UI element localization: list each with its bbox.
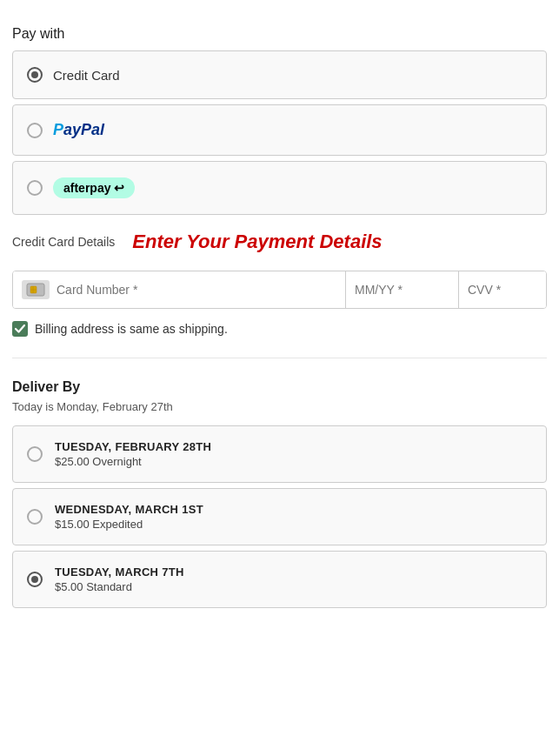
card-number-input[interactable]	[57, 283, 336, 297]
payment-option-credit-card[interactable]: Credit Card	[12, 50, 547, 99]
radio-delivery-1[interactable]	[27, 509, 43, 525]
cvv-input[interactable]	[468, 283, 537, 297]
pay-with-label: Pay with	[12, 26, 547, 42]
expiry-input[interactable]	[355, 283, 449, 297]
cc-banner: Enter Your Payment Details	[132, 231, 382, 253]
expiry-field[interactable]	[346, 271, 459, 308]
radio-credit-card[interactable]	[27, 67, 43, 83]
page-container: Pay with Credit Card P ay Pal	[0, 0, 559, 619]
delivery-option-1[interactable]: WEDNESDAY, MARCH 1ST $15.00 Expedited	[12, 488, 547, 545]
credit-card-details-section: Credit Card Details Enter Your Payment D…	[12, 231, 547, 337]
radio-afterpay[interactable]	[27, 180, 43, 196]
radio-paypal[interactable]	[27, 123, 43, 138]
delivery-price-1: $15.00 Expedited	[55, 518, 203, 531]
billing-checkbox[interactable]	[12, 321, 28, 337]
payment-option-afterpay[interactable]: afterpay ↩	[12, 161, 547, 215]
afterpay-logo: afterpay ↩	[53, 177, 135, 198]
payment-options-list: Credit Card P ay Pal afterpay ↩	[12, 50, 547, 215]
section-divider	[12, 358, 547, 358]
paypal-text: Pal	[81, 121, 104, 139]
cvv-field[interactable]	[459, 271, 546, 308]
delivery-info-2: TUESDAY, MARCH 7TH $5.00 Standard	[55, 565, 184, 593]
credit-card-label: Credit Card	[53, 68, 120, 83]
card-number-field[interactable]	[13, 271, 346, 308]
delivery-info-0: TUESDAY, FEBRUARY 28TH $25.00 Overnight	[55, 440, 211, 468]
delivery-price-2: $5.00 Standard	[55, 580, 184, 593]
radio-delivery-0[interactable]	[27, 446, 43, 462]
delivery-info-1: WEDNESDAY, MARCH 1ST $15.00 Expedited	[55, 503, 203, 531]
afterpay-arrow-icon: ↩	[114, 181, 124, 195]
deliver-by-title: Deliver By	[12, 379, 547, 395]
delivery-date-0: TUESDAY, FEBRUARY 28TH	[55, 440, 211, 453]
paypal-p1: P	[53, 121, 63, 139]
card-chip-icon	[22, 280, 50, 299]
deliver-by-section: Deliver By Today is Monday, February 27t…	[12, 379, 547, 608]
delivery-option-2[interactable]: TUESDAY, MARCH 7TH $5.00 Standard	[12, 551, 547, 608]
cc-section-title: Credit Card Details	[12, 235, 115, 249]
afterpay-text: afterpay	[63, 181, 110, 195]
billing-row: Billing address is same as shipping.	[12, 321, 547, 337]
paypal-p2: ay	[63, 121, 81, 139]
delivery-price-0: $25.00 Overnight	[55, 455, 211, 468]
cc-fields-row	[12, 271, 547, 309]
delivery-date-1: WEDNESDAY, MARCH 1ST	[55, 503, 203, 516]
delivery-option-0[interactable]: TUESDAY, FEBRUARY 28TH $25.00 Overnight	[12, 425, 547, 483]
delivery-date-2: TUESDAY, MARCH 7TH	[55, 565, 184, 579]
billing-label: Billing address is same as shipping.	[35, 322, 228, 336]
deliver-today-label: Today is Monday, February 27th	[12, 400, 547, 413]
payment-option-paypal[interactable]: P ay Pal	[12, 104, 547, 156]
radio-delivery-2[interactable]	[27, 572, 43, 587]
paypal-logo: P ay Pal	[53, 121, 104, 139]
pay-with-section: Pay with Credit Card P ay Pal	[12, 26, 547, 215]
